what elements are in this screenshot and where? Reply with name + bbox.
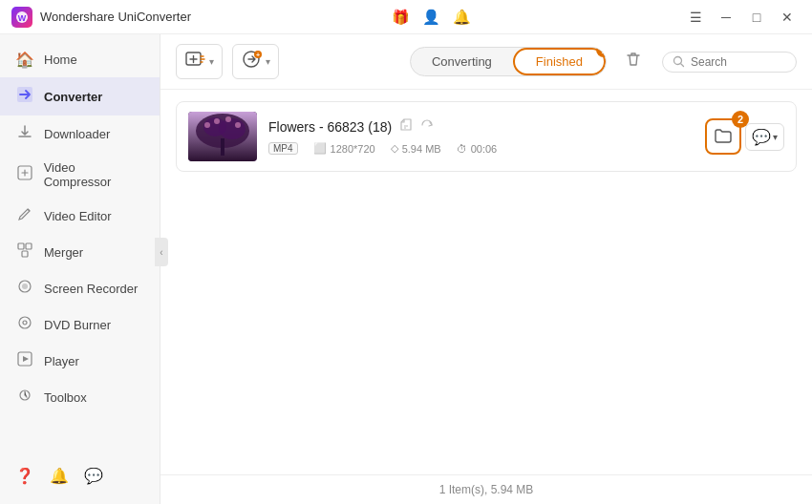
sidebar-footer: ❓ 🔔 💬 [0, 455, 160, 496]
recorder-icon [15, 279, 34, 298]
sidebar-label-downloader: Downloader [44, 127, 110, 141]
chevron-down-icon: ▾ [773, 132, 778, 142]
svg-point-10 [23, 321, 27, 325]
help-icon[interactable]: ❓ [15, 467, 34, 485]
sidebar-label-player: Player [44, 354, 79, 368]
search-icon [673, 55, 685, 68]
meta-format: MP4 [268, 142, 298, 155]
maximize-button[interactable]: □ [743, 7, 770, 28]
svg-point-17 [674, 57, 682, 65]
tab-finished-badge: 1 [596, 47, 607, 57]
notification-footer-icon[interactable]: 🔔 [50, 467, 69, 485]
sidebar-item-dvd-burner[interactable]: DVD Burner [0, 306, 160, 343]
sidebar-label-converter: Converter [44, 90, 102, 104]
size-value: 5.94 MB [402, 143, 441, 155]
svg-rect-6 [22, 251, 28, 257]
convert-all-icon: + [241, 49, 262, 74]
tab-finished[interactable]: Finished 1 [513, 48, 606, 75]
merger-icon [15, 242, 34, 262]
sidebar: 🏠 Home Converter Downloader Video Compre… [0, 34, 160, 504]
svg-rect-5 [26, 243, 32, 249]
svg-rect-4 [18, 243, 24, 249]
open-file-icon[interactable] [399, 118, 413, 135]
content-area: ▾ + ▾ Converting Finished 1 [160, 34, 812, 504]
svg-point-22 [219, 118, 246, 139]
close-button[interactable]: ✕ [774, 7, 801, 28]
svg-text:W: W [18, 13, 27, 23]
resolution-icon: ⬜ [313, 142, 327, 155]
sidebar-item-screen-recorder[interactable]: Screen Recorder [0, 270, 160, 306]
app-logo: W [11, 7, 32, 28]
refresh-icon[interactable] [420, 118, 434, 135]
gift-icon[interactable]: 🎁 [390, 7, 411, 28]
sidebar-item-converter[interactable]: Converter [0, 77, 160, 116]
sidebar-label-home: Home [44, 52, 77, 67]
folder-badge: 2 [732, 111, 749, 128]
dvd-icon [15, 315, 34, 334]
add-files-button[interactable]: ▾ [176, 44, 223, 79]
add-files-arrow: ▾ [209, 56, 214, 67]
sidebar-item-downloader[interactable]: Downloader [0, 116, 160, 152]
svg-text:+: + [256, 52, 260, 58]
format-badge: MP4 [268, 142, 298, 155]
svg-rect-20 [221, 138, 224, 156]
toolbox-icon [15, 388, 34, 407]
compressor-icon [15, 165, 34, 184]
downloader-icon [15, 124, 34, 143]
minimize-button[interactable]: ─ [713, 7, 739, 28]
status-bar: 1 Item(s), 5.94 MB [160, 474, 812, 504]
meta-resolution: ⬜ 1280*720 [313, 142, 375, 155]
hamburger-menu-button[interactable]: ☰ [682, 7, 709, 28]
file-meta: MP4 ⬜ 1280*720 ◇ 5.94 MB ⏱ 00:06 [268, 142, 694, 155]
sidebar-item-merger[interactable]: Merger [0, 234, 160, 270]
tab-converting[interactable]: Converting [411, 48, 513, 75]
sidebar-label-editor: Video Editor [44, 209, 112, 223]
toolbar: ▾ + ▾ Converting Finished 1 [160, 34, 812, 90]
comment-icon: 💬 [752, 128, 771, 146]
svg-point-25 [225, 116, 231, 122]
user-icon[interactable]: 👤 [420, 7, 441, 28]
app-title: Wondershare UniConverter [40, 10, 191, 24]
file-actions: 2 💬 ▾ [705, 118, 784, 155]
converter-icon [15, 86, 34, 107]
feedback-icon[interactable]: 💬 [84, 467, 103, 485]
search-input[interactable] [691, 55, 786, 69]
sidebar-item-player[interactable]: Player [0, 343, 160, 379]
add-files-icon [184, 49, 205, 74]
svg-point-24 [214, 118, 220, 124]
file-name-row: Flowers - 66823 (18) [268, 118, 694, 135]
main-container: 🏠 Home Converter Downloader Video Compre… [0, 34, 812, 504]
home-icon: 🏠 [15, 51, 34, 69]
sidebar-item-toolbox[interactable]: Toolbox [0, 379, 160, 415]
convert-all-arrow: ▾ [266, 56, 270, 67]
sidebar-label-merger: Merger [44, 245, 83, 260]
svg-point-8 [22, 284, 28, 289]
convert-all-button[interactable]: + ▾ [232, 44, 279, 79]
svg-marker-12 [23, 356, 29, 362]
duration-value: 00:06 [471, 143, 498, 155]
clock-icon: ⏱ [457, 143, 467, 155]
trash-button[interactable] [624, 50, 643, 74]
tab-group: Converting Finished 1 [410, 47, 607, 76]
thumbnail-image [188, 112, 257, 161]
resolution-value: 1280*720 [331, 143, 375, 155]
more-options-button[interactable]: 💬 ▾ [745, 123, 784, 151]
meta-size: ◇ 5.94 MB [391, 142, 441, 155]
tab-finished-label: Finished [536, 54, 583, 69]
sidebar-label-recorder: Screen Recorder [44, 282, 138, 296]
open-folder-button[interactable]: 2 [705, 118, 741, 155]
sidebar-item-home[interactable]: 🏠 Home [0, 42, 160, 77]
title-bar: W Wondershare UniConverter 🎁 👤 🔔 ☰ ─ □ ✕ [0, 0, 812, 34]
editor-icon [15, 206, 34, 225]
title-bar-left: W Wondershare UniConverter [11, 7, 191, 28]
sidebar-item-video-editor[interactable]: Video Editor [0, 198, 160, 234]
sidebar-collapse-handle[interactable]: ‹ [155, 238, 168, 266]
sidebar-item-video-compressor[interactable]: Video Compressor [0, 152, 160, 198]
file-info: Flowers - 66823 (18) MP4 ⬜ [268, 118, 694, 155]
file-item: Flowers - 66823 (18) MP4 ⬜ [176, 101, 797, 172]
bell-icon[interactable]: 🔔 [451, 7, 472, 28]
file-list: Flowers - 66823 (18) MP4 ⬜ [160, 90, 812, 474]
svg-point-26 [235, 122, 241, 128]
file-name: Flowers - 66823 (18) [268, 119, 392, 135]
svg-point-9 [19, 317, 31, 328]
